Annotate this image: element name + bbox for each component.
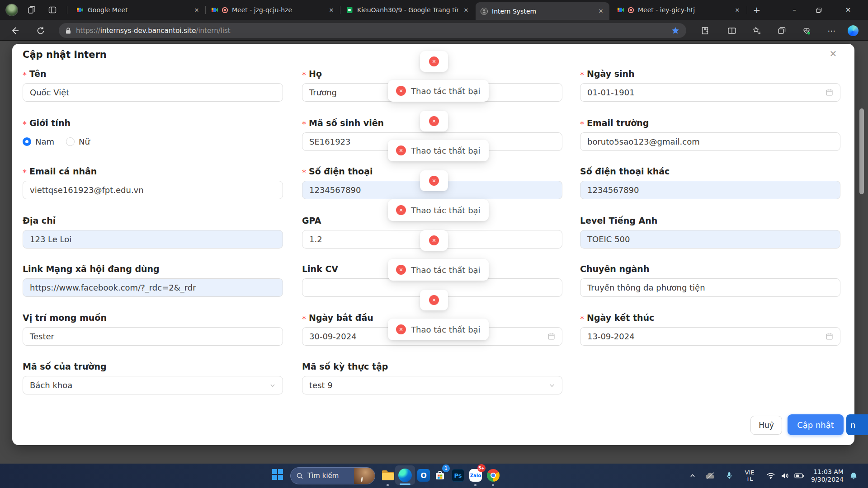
notification-bell-icon[interactable] bbox=[848, 464, 859, 488]
radio-circle[interactable] bbox=[23, 137, 31, 146]
settings-menu-icon[interactable]: ⋯ bbox=[825, 25, 838, 37]
chevron-down-icon[interactable] bbox=[549, 382, 555, 389]
input-value: 1.2 bbox=[309, 235, 322, 244]
tab-close-icon[interactable]: ✕ bbox=[327, 7, 335, 14]
vi-tri-mong-muon-input[interactable]: Tester bbox=[23, 327, 283, 346]
collections-icon[interactable] bbox=[775, 25, 788, 37]
email-ca-nhan-input[interactable]: viettqse161923@fpt.edu.vn bbox=[23, 181, 283, 199]
calendar-icon[interactable] bbox=[826, 89, 833, 96]
error-toast-collapsed: ✕ bbox=[420, 170, 448, 191]
split-screen-icon[interactable] bbox=[726, 25, 738, 37]
photoshop-icon[interactable]: Ps bbox=[451, 469, 465, 482]
field-gioi-tinh: *Giới tínhNamNữ bbox=[23, 117, 283, 129]
wifi-icon[interactable] bbox=[765, 464, 777, 488]
required-asterisk: * bbox=[580, 314, 584, 324]
microphone-icon[interactable] bbox=[724, 464, 734, 488]
refresh-button[interactable] bbox=[35, 25, 47, 36]
radio-option-0[interactable]: Nam bbox=[23, 137, 54, 146]
search-highlight-image[interactable] bbox=[354, 467, 375, 484]
tab-close-icon[interactable]: ✕ bbox=[597, 8, 605, 14]
browser-address-bar: https://internsys-dev.bancantoi.site/int… bbox=[0, 20, 868, 41]
update-button[interactable]: Cập nhật bbox=[788, 414, 844, 435]
field-label: *Giới tính bbox=[23, 117, 283, 129]
chevron-down-icon[interactable] bbox=[269, 382, 276, 389]
calendar-icon[interactable] bbox=[826, 333, 833, 340]
link-mang-xa-hoi-input[interactable]: https://www.facebook.com/?_rdc=2&_rdr bbox=[23, 278, 283, 297]
start-button[interactable] bbox=[272, 469, 283, 480]
taskbar-search-box[interactable]: Tìm kiếm bbox=[290, 467, 375, 484]
volume-icon[interactable] bbox=[779, 464, 791, 488]
field-label: Mã số của trường bbox=[23, 361, 283, 372]
so-dien-thoai-khac-input[interactable]: 1234567890 bbox=[580, 181, 840, 199]
browser-essentials-icon[interactable] bbox=[800, 25, 813, 37]
chrome-icon[interactable] bbox=[486, 469, 500, 482]
tab-title: Meet - jzg-qcju-hze bbox=[232, 6, 324, 14]
field-label: *Tên bbox=[23, 68, 283, 80]
window-restore-button[interactable] bbox=[808, 0, 829, 20]
tab-favicon-sheets-icon bbox=[345, 6, 354, 14]
ma-so-ky-thuc-tap-input[interactable]: test 9 bbox=[302, 376, 562, 394]
tab-separator bbox=[67, 6, 67, 14]
browser-tab-4[interactable]: Intern System✕ bbox=[476, 2, 609, 20]
outlook-icon[interactable]: O bbox=[417, 469, 430, 482]
profile-avatar[interactable] bbox=[5, 4, 18, 16]
browser-tab-5[interactable]: Meet - iey-gicy-htj✕ bbox=[612, 0, 746, 20]
browser-tab-3[interactable]: KieuOanh30/9 - Google Trang tín✕ bbox=[341, 0, 475, 20]
ten-input[interactable]: Quốc Việt bbox=[23, 83, 283, 102]
file-explorer-icon[interactable] bbox=[381, 469, 395, 482]
extensions-icon[interactable] bbox=[698, 25, 711, 37]
tab-close-icon[interactable]: ✕ bbox=[462, 7, 470, 14]
tab-close-icon[interactable]: ✕ bbox=[733, 7, 741, 14]
field-label: Số điện thoại khác bbox=[580, 165, 840, 177]
background-page-partial-button[interactable]: n bbox=[846, 414, 868, 435]
tab-actions-icon[interactable] bbox=[47, 5, 58, 15]
required-asterisk: * bbox=[23, 119, 27, 129]
back-button[interactable] bbox=[9, 25, 21, 36]
chuyen-nganh-input[interactable]: Truyền thông đa phương tiện bbox=[580, 278, 840, 297]
radio-circle[interactable] bbox=[66, 137, 75, 146]
calendar-icon[interactable] bbox=[547, 333, 555, 340]
tray-chevron-up-icon[interactable] bbox=[687, 464, 698, 488]
file-explorer-running-dot bbox=[387, 484, 389, 486]
toast-message: Thao tác thất bại bbox=[411, 146, 481, 155]
ngay-ket-thuc-input[interactable]: 13-09-2024 bbox=[580, 327, 840, 346]
error-toast: ✕Thao tác thất bại bbox=[388, 199, 489, 221]
search-icon bbox=[296, 472, 303, 479]
window-close-button[interactable]: ✕ bbox=[838, 0, 859, 20]
required-asterisk: * bbox=[302, 70, 306, 80]
browser-tab-2[interactable]: Meet - jzg-qcju-hze✕ bbox=[206, 0, 340, 20]
clock[interactable]: 11:03 AM9/30/2024 bbox=[808, 464, 846, 488]
cancel-button[interactable]: Huỷ bbox=[750, 416, 782, 435]
email-truong-input[interactable]: boruto5sao123@gmail.com bbox=[580, 132, 840, 151]
field-label: Địa chỉ bbox=[23, 215, 283, 226]
field-level-tieng-anh: Level Tiếng AnhTOEIC 500 bbox=[580, 215, 840, 226]
page-scrollbar[interactable] bbox=[859, 108, 864, 194]
bookmark-star-icon[interactable] bbox=[671, 26, 680, 35]
dia-chi-input[interactable]: 123 Le Loi bbox=[23, 230, 283, 249]
tab-close-icon[interactable]: ✕ bbox=[193, 7, 201, 14]
window-minimize-button[interactable]: – bbox=[784, 0, 805, 20]
ngay-sinh-input[interactable]: 01-01-1901 bbox=[580, 83, 840, 102]
favorites-icon[interactable] bbox=[750, 25, 763, 37]
edge-icon[interactable] bbox=[398, 469, 412, 482]
field-chuyen-nganh: Chuyên ngànhTruyền thông đa phương tiện bbox=[580, 263, 840, 275]
level-tieng-anh-input[interactable]: TOEIC 500 bbox=[580, 230, 840, 249]
browser-tab-1[interactable]: Google Meet✕ bbox=[71, 0, 205, 20]
workspaces-icon[interactable] bbox=[26, 5, 37, 15]
toast-error-icon: ✕ bbox=[396, 86, 406, 96]
field-label: *Email trường bbox=[580, 117, 840, 129]
field-ngay-ket-thuc: *Ngày kết thúc13-09-2024 bbox=[580, 312, 840, 324]
language-indicator[interactable]: VIETL bbox=[741, 464, 758, 488]
radio-option-1[interactable]: Nữ bbox=[66, 137, 90, 146]
new-tab-button[interactable]: + bbox=[750, 4, 763, 16]
required-asterisk: * bbox=[580, 119, 584, 129]
copilot-icon[interactable] bbox=[847, 25, 859, 37]
ma-so-truong-input[interactable]: Bách khoa bbox=[23, 376, 283, 394]
input-value: boruto5sao123@gmail.com bbox=[587, 137, 700, 146]
battery-icon[interactable] bbox=[793, 464, 806, 488]
modal-close-icon[interactable]: ✕ bbox=[826, 47, 840, 61]
onedrive-icon[interactable] bbox=[704, 464, 716, 488]
input-value: 13-09-2024 bbox=[587, 332, 635, 341]
url-bar[interactable]: https://internsys-dev.bancantoi.site/int… bbox=[59, 23, 686, 38]
toast-message: Thao tác thất bại bbox=[411, 325, 481, 334]
